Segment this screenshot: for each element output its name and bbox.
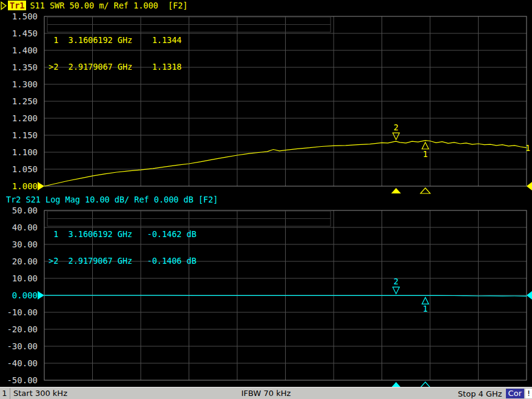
marker-1-label: 1 — [423, 304, 428, 314]
trace1-badge[interactable]: Tr1 — [8, 1, 26, 10]
marker-1-symbol[interactable] — [422, 142, 429, 149]
marker-2-stimulus-indicator[interactable] — [391, 188, 401, 193]
status-right-group: Stop 4 GHz Cor ! — [458, 388, 532, 399]
trace1-marker-table: 1 3.1606192 GHz 1.1344 >2 2.9179067 GHz … — [49, 17, 181, 90]
logmag-ref-level-marker-left — [38, 291, 44, 300]
marker-2-symbol[interactable] — [392, 133, 399, 139]
marker-1-label: 1 — [423, 149, 428, 159]
logmag-ref-level-marker-right — [527, 291, 532, 300]
swr-trace-number-label: 1 — [525, 143, 530, 153]
marker-2-label: 2 — [394, 277, 399, 286]
marker-2-label: 2 — [394, 122, 399, 132]
correction-status-badge: Cor — [506, 389, 524, 398]
marker-2-readout: >2 2.9179067 GHz 1.1318 — [49, 63, 181, 71]
trace2-title[interactable]: Tr2 S21 Log Mag 10.00 dB/ Ref 0.000 dB [… — [6, 195, 218, 204]
trace2-marker-table: 1 3.1606192 GHz -0.1462 dB >2 2.9179067 … — [49, 211, 197, 284]
stop-frequency-label[interactable]: Stop 4 GHz — [458, 389, 502, 398]
marker-2-symbol[interactable] — [392, 287, 399, 293]
marker-1-stimulus-indicator[interactable] — [420, 188, 430, 193]
status-bar: 1 Start 300 kHz IFBW 70 kHz Stop 4 GHz C… — [0, 387, 532, 399]
trace2-header[interactable]: Tr2 S21 Log Mag 10.00 dB/ Ref 0.000 dB [… — [6, 195, 218, 204]
vna-screen: 1.5001.4501.4001.3501.3001.2501.2001.150… — [0, 0, 532, 399]
marker-1-readout: 1 3.1606192 GHz -0.1462 dB — [49, 230, 197, 238]
active-trace-indicator-icon — [1, 1, 7, 10]
trace1-header[interactable]: Tr1 S11 SWR 50.00 m/ Ref 1.000 [F2] — [1, 1, 187, 10]
ifbw-label[interactable]: IFBW 70 kHz — [0, 388, 532, 399]
marker-1-readout: 1 3.1606192 GHz 1.1344 — [49, 36, 181, 44]
marker-2-readout: >2 2.9179067 GHz -0.1406 dB — [49, 257, 197, 265]
marker-1-symbol[interactable] — [422, 297, 429, 304]
trace1-title[interactable]: S11 SWR 50.00 m/ Ref 1.000 [F2] — [30, 1, 187, 10]
swr-ref-level-marker-right — [527, 182, 532, 190]
alert-badge: ! — [525, 389, 532, 398]
swr-ref-level-marker-left — [38, 182, 44, 190]
